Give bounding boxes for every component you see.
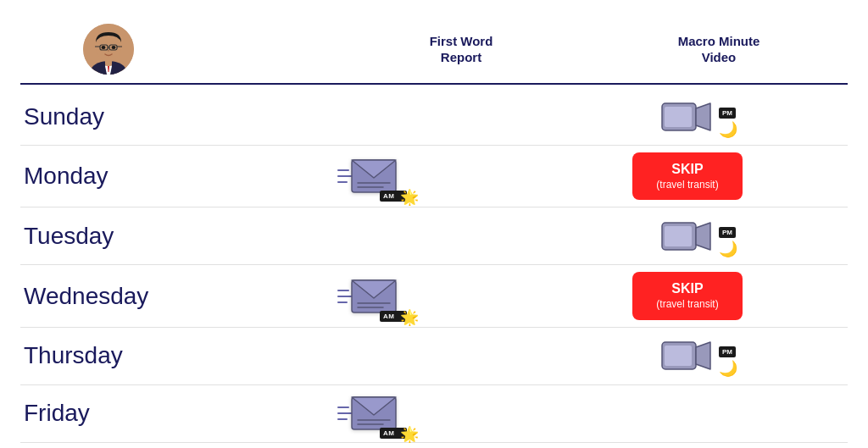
first-word-cell-wednesday: AM 🌟	[207, 279, 527, 313]
first-word-cell-friday: AM 🌟	[207, 396, 527, 430]
svg-rect-12	[665, 107, 692, 127]
skip-button[interactable]: SKIP (travel transit)	[632, 152, 743, 200]
pm-badge: PM	[719, 108, 736, 119]
video-camera-icon: PM 🌙	[661, 218, 714, 255]
skip-button[interactable]: SKIP (travel transit)	[632, 272, 743, 319]
moon-icon: 🌙	[719, 120, 737, 139]
table-row: Thursday PM 🌙	[20, 328, 848, 385]
day-label-wednesday: Wednesday	[20, 283, 207, 310]
table-row: Wednesday AM 🌟	[20, 265, 848, 327]
table-row: Tuesday PM 🌙	[20, 207, 848, 265]
pm-badge: PM	[719, 227, 736, 238]
svg-rect-17	[665, 226, 692, 246]
video-camera-icon: PM 🌙	[661, 98, 714, 136]
first-word-cell-monday: AM 🌟	[207, 159, 527, 193]
table-header: First WordReport Macro MinuteVideo	[20, 24, 848, 85]
macro-cell-sunday: PM 🌙	[527, 98, 848, 136]
macro-cell-tuesday: PM 🌙	[527, 218, 848, 255]
macro-cell-wednesday[interactable]: SKIP (travel transit)	[527, 272, 848, 319]
table-row: Sunday PM 🌙	[20, 88, 848, 146]
day-label-monday: Monday	[20, 163, 207, 190]
avatar	[83, 24, 134, 75]
table-row: Friday AM 🌟	[20, 385, 848, 443]
table-row: Monday AM 🌟	[20, 146, 848, 207]
svg-rect-22	[665, 346, 692, 366]
macro-cell-thursday: PM 🌙	[527, 337, 848, 374]
pm-badge: PM	[719, 346, 736, 357]
skip-reason: (travel transit)	[649, 298, 726, 312]
moon-icon: 🌙	[719, 240, 737, 258]
video-camera-icon: PM 🌙	[661, 337, 714, 374]
col-header-first-word: First WordReport	[332, 33, 590, 66]
schedule-table: Sunday PM 🌙 Monday	[20, 88, 848, 443]
skip-label: SKIP	[649, 161, 726, 179]
col-header-macro: Macro MinuteVideo	[590, 33, 848, 66]
sun-icon: 🌟	[400, 308, 412, 327]
skip-label: SKIP	[649, 280, 726, 298]
skip-reason: (travel transit)	[649, 179, 726, 192]
day-label-tuesday: Tuesday	[20, 223, 207, 250]
day-label-thursday: Thursday	[20, 342, 207, 369]
email-icon: AM 🌟	[337, 396, 397, 430]
svg-point-4	[102, 46, 106, 49]
day-label-sunday: Sunday	[20, 103, 207, 130]
email-icon: AM 🌟	[337, 159, 397, 193]
sun-icon: 🌟	[400, 425, 412, 444]
sun-icon: 🌟	[400, 188, 412, 207]
moon-icon: 🌙	[719, 359, 737, 378]
svg-point-5	[112, 46, 116, 49]
email-icon: AM 🌟	[337, 279, 397, 313]
day-label-friday: Friday	[20, 400, 207, 427]
macro-cell-monday[interactable]: SKIP (travel transit)	[527, 152, 848, 200]
